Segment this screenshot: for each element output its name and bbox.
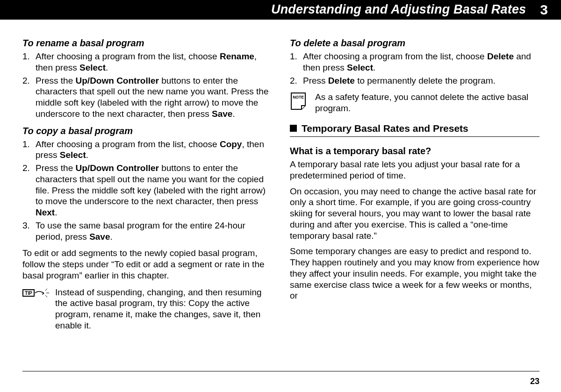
bold: Rename (220, 51, 254, 61)
list-item: To use the same basal program for the en… (22, 220, 272, 242)
list-item: After choosing a program from the list, … (22, 139, 272, 161)
heading-delete: To delete a basal program (290, 37, 539, 49)
temp-p1: A temporary basal rate lets you adjust y… (290, 159, 539, 181)
section-heading-row: Temporary Basal Rates and Presets (290, 122, 539, 135)
tip-callout: TIP Instead of suspending, changing, and… (22, 287, 272, 331)
bold: Select (79, 63, 106, 72)
bold: Select (347, 63, 373, 72)
svg-line-1 (45, 289, 47, 291)
copy-steps: After choosing a program from the list, … (22, 139, 272, 242)
list-item: After choosing a program from the list, … (290, 51, 539, 73)
text: . (55, 207, 57, 217)
text: After choosing a program from the list, … (36, 51, 220, 61)
tip-label: TIP (25, 291, 32, 296)
text: . (86, 150, 88, 160)
copy-followup: To edit or add segments to the newly cop… (22, 248, 272, 281)
heading-copy: To copy a basal program (22, 125, 272, 137)
text: After choosing a program from the list, … (36, 139, 220, 149)
bold: Save (89, 232, 110, 242)
note-icon: NOTE (290, 92, 309, 107)
temp-p2: On occasion, you may need to change the … (290, 186, 539, 242)
heading-rename: To rename a basal program (22, 37, 272, 49)
bold: Save (212, 109, 232, 119)
text: Press (303, 76, 328, 86)
bold: Delete (328, 76, 355, 86)
note-callout: NOTE As a safety feature, you cannot del… (290, 92, 539, 114)
footer-rule (22, 371, 539, 371)
text: To use the same basal program for the en… (36, 221, 245, 242)
section-bullet-icon (290, 125, 297, 132)
tip-icon: TIP (22, 287, 50, 303)
section-heading: Temporary Basal Rates and Presets (302, 122, 468, 135)
list-item: Press the Up/Down Controller buttons to … (22, 75, 272, 120)
text: . (373, 63, 375, 72)
left-column: To rename a basal program After choosing… (22, 37, 272, 338)
list-item: After choosing a program from the list, … (22, 51, 272, 73)
bold: Copy (220, 139, 242, 149)
page-number: 23 (530, 376, 539, 387)
bold: Up/Down Controller (76, 163, 159, 173)
text: to permanently delete the program. (355, 76, 496, 86)
chapter-number: 3 (540, 1, 548, 19)
text: Press the (36, 76, 76, 86)
bold: Up/Down Controller (76, 76, 159, 86)
text: . (110, 232, 113, 242)
chapter-title: Understanding and Adjusting Basal Rates (271, 2, 526, 18)
rename-steps: After choosing a program from the list, … (22, 51, 272, 120)
bold: Next (36, 207, 55, 217)
text: After choosing a program from the list, … (303, 51, 487, 61)
tip-text: Instead of suspending, changing, and the… (55, 287, 272, 331)
page-header: Understanding and Adjusting Basal Rates … (0, 0, 561, 20)
list-item: Press Delete to permanently delete the p… (290, 75, 539, 86)
text: . (106, 63, 108, 72)
svg-line-3 (45, 295, 47, 297)
bold: Select (60, 150, 86, 160)
note-text: As a safety feature, you cannot delete t… (315, 92, 539, 114)
heading-temp: What is a temporary basal rate? (290, 145, 539, 157)
page-content: To rename a basal program After choosing… (0, 37, 561, 338)
delete-steps: After choosing a program from the list, … (290, 51, 539, 86)
bold: Delete (487, 51, 514, 61)
text: . (232, 109, 235, 119)
text: Press the (36, 163, 76, 173)
right-column: To delete a basal program After choosing… (290, 37, 539, 338)
temp-p3: Some temporary changes are easy to predi… (290, 246, 539, 301)
section-rule (290, 136, 539, 137)
note-label: NOTE (293, 95, 304, 100)
list-item: Press the Up/Down Controller buttons to … (22, 163, 272, 218)
